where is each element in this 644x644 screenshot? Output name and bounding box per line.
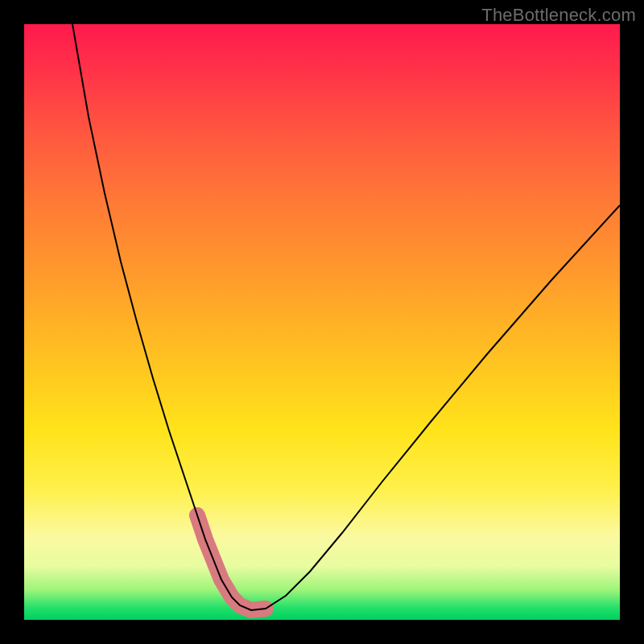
plot-area — [24, 24, 620, 620]
curve-svg — [24, 24, 620, 620]
black-curve-path — [72, 24, 620, 610]
watermark-text: TheBottleneck.com — [481, 5, 636, 26]
chart-frame: TheBottleneck.com — [0, 0, 644, 644]
